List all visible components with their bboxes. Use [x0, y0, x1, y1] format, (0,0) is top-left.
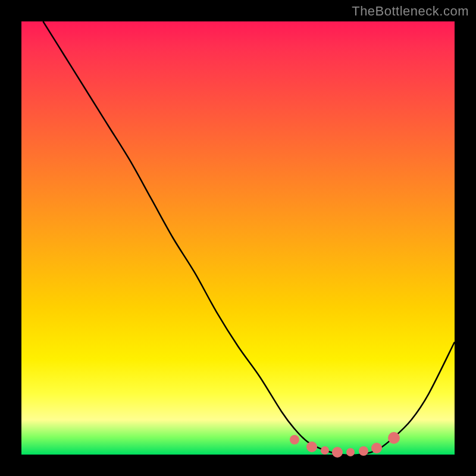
highlight-dot	[332, 447, 343, 458]
chart-plot-area	[21, 21, 455, 455]
watermark-text: TheBottleneck.com	[352, 4, 469, 19]
optimal-range-dots	[21, 21, 455, 455]
highlight-dot	[371, 443, 382, 453]
highlight-dot	[306, 441, 317, 452]
highlight-dot	[290, 435, 299, 444]
highlight-dot	[346, 448, 355, 456]
highlight-dot	[321, 446, 329, 455]
highlight-dot	[388, 432, 400, 444]
highlight-dot	[359, 446, 368, 456]
